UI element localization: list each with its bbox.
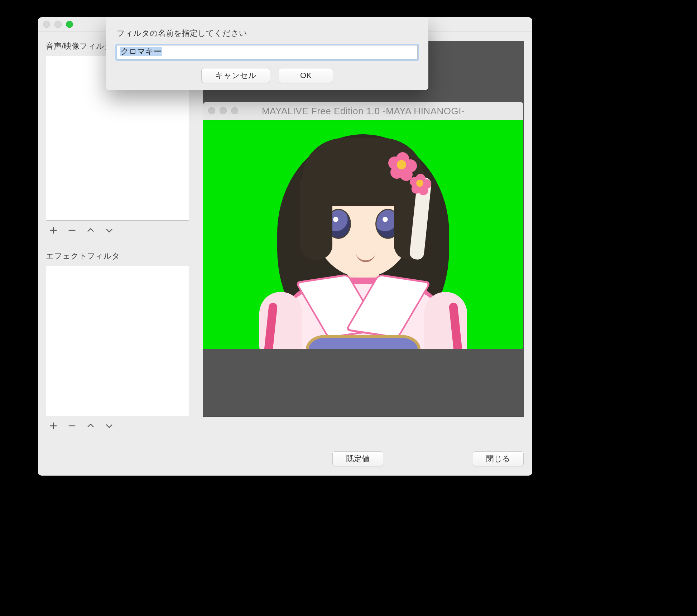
remove-fx-filter-button[interactable] <box>66 420 78 432</box>
captured-window: MAYALIVE Free Edition 1.0 -MAYA HINANOGI… <box>203 102 523 349</box>
move-av-down-button[interactable] <box>103 224 115 236</box>
captured-close-icon <box>208 107 215 114</box>
minus-icon <box>67 225 77 235</box>
av-filter-buttons <box>46 221 189 236</box>
sheet-button-row: キャンセル OK <box>117 68 418 83</box>
fx-section: エフェクトフィルタ <box>46 251 189 432</box>
fx-filter-buttons <box>46 416 189 432</box>
captured-zoom-icon <box>231 107 238 114</box>
fx-filter-list[interactable] <box>46 266 189 416</box>
close-traffic-icon[interactable] <box>43 21 50 28</box>
ok-button[interactable]: OK <box>279 68 333 83</box>
greenscreen-area <box>203 120 523 349</box>
move-av-up-button[interactable] <box>85 224 97 236</box>
cancel-button[interactable]: キャンセル <box>201 68 270 83</box>
filter-name-value: クロマキー <box>120 47 162 56</box>
plus-icon <box>48 225 58 235</box>
close-button[interactable]: 閉じる <box>473 451 524 466</box>
move-fx-up-button[interactable] <box>85 420 97 432</box>
plus-icon <box>48 421 58 431</box>
chevron-up-icon <box>86 421 96 431</box>
filters-window: 'ウィンドウキャプチャ4' のためのフィルタ 音声/映像フィルタ <box>38 17 532 476</box>
bottom-button-row: 既定値 閉じる <box>332 451 524 466</box>
minus-icon <box>67 421 77 431</box>
captured-minimize-icon <box>220 107 227 114</box>
move-fx-down-button[interactable] <box>103 420 115 432</box>
chevron-up-icon <box>86 225 96 235</box>
window-body: 音声/映像フィルタ エフェクトフィルタ <box>38 32 532 476</box>
zoom-traffic-icon[interactable] <box>66 21 73 28</box>
remove-av-filter-button[interactable] <box>66 224 78 236</box>
name-filter-sheet: フィルタの名前を指定してください クロマキー キャンセル OK <box>106 17 428 90</box>
traffic-lights <box>43 21 73 28</box>
add-av-filter-button[interactable] <box>47 224 59 236</box>
preview-area: MAYALIVE Free Edition 1.0 -MAYA HINANOGI… <box>203 41 524 417</box>
captured-window-title: MAYALIVE Free Edition 1.0 -MAYA HINANOGI… <box>203 106 523 117</box>
filter-name-input[interactable]: クロマキー <box>117 45 418 59</box>
captured-traffic-lights <box>208 107 238 114</box>
chevron-down-icon <box>104 225 114 235</box>
minimize-traffic-icon[interactable] <box>54 21 62 28</box>
captured-titlebar: MAYALIVE Free Edition 1.0 -MAYA HINANOGI… <box>203 102 523 120</box>
chevron-down-icon <box>104 421 114 431</box>
left-column: 音声/映像フィルタ エフェクトフィルタ <box>46 41 189 432</box>
character-illustration <box>263 124 463 349</box>
add-fx-filter-button[interactable] <box>47 420 59 432</box>
fx-filters-label: エフェクトフィルタ <box>46 251 189 261</box>
defaults-button[interactable]: 既定値 <box>332 451 383 466</box>
sheet-prompt: フィルタの名前を指定してください <box>117 28 418 39</box>
